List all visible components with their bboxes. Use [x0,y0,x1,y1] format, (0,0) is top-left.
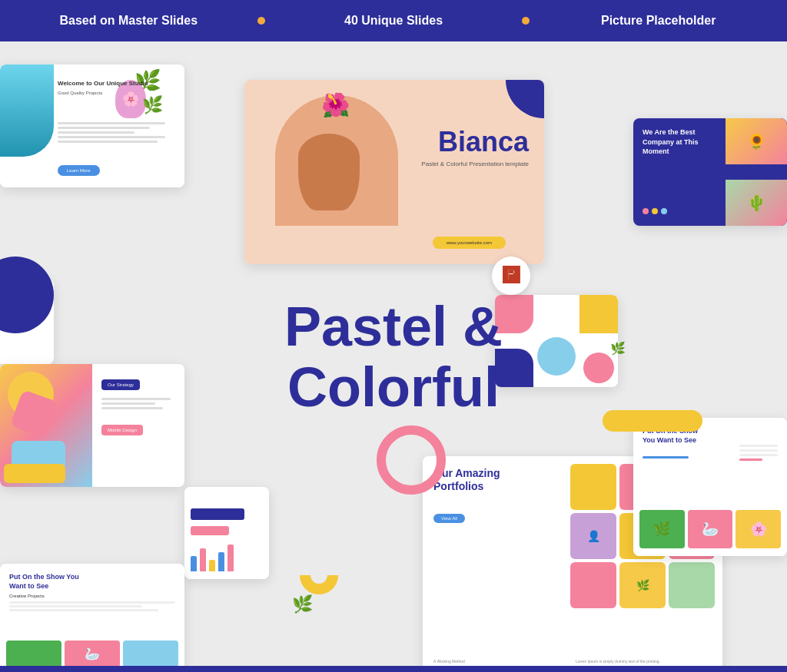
leaf-decoration-1: 🌿 [142,95,163,115]
slide-partial-bottom [184,487,269,579]
slide2-flower: 🌺 [321,91,350,118]
slide5-cell-7 [570,562,616,608]
ppt-icon: 🅿 [503,266,520,286]
decorative-crescent [300,556,338,594]
slide2-button: www.yourwebsite.com [433,237,506,249]
slide3-title: We Are the Best Company at This Moment [643,127,712,157]
slide-abstract[interactable] [495,295,618,387]
slide-strategy[interactable]: Our Strategy Mobile Design [0,364,184,487]
slide7-img3: 🌸 [736,510,781,548]
slide10-bars [191,545,234,571]
decorative-yellow-bar [603,410,702,432]
slide5-method: A Working Method [433,659,569,664]
slide-show-right[interactable]: Put On the Show You Want to See 🌿 🦢 🌸 [633,418,787,556]
slide6-title: Put On the Show You Want to See [9,573,86,591]
slide3-image2: 🌵 [726,180,787,226]
topbar-item-1: Based on Master Slides [0,14,257,28]
slide5-button[interactable]: View All [433,514,465,523]
slide8-shape5 [537,337,576,376]
slide2-subtitle: Pastel & Colorful Presentation template [421,161,529,167]
topbar-item-3: Picture Placeholder [530,14,787,28]
slide2-title: Bianca [438,126,529,158]
topbar-dot-1 [257,17,265,25]
slide7-line [643,456,689,458]
slide2-vase [298,134,360,210]
slide5-title: Our Amazing Portfolios [433,467,510,493]
slide5-bottom: A Working Method Lorem Ipsum is simply d… [433,659,712,664]
slide1-button: Learn More [58,165,100,176]
top-bar: Based on Master Slides 40 Unique Slides … [0,0,787,41]
topbar-item-2: 40 Unique Slides [265,14,523,28]
slide-show-bottom[interactable]: Put On the Show You Want to See Creative… [0,564,184,672]
slide4-photo [0,364,92,487]
slide2-corner [506,80,544,118]
slide8-shape4 [583,353,614,383]
powerpoint-badge: 🅿 [492,257,530,295]
slide3-dots [643,208,667,214]
slide8-shape2 [579,295,618,333]
slide5-cell-1 [570,464,616,510]
center-title: Pastel & Colorful [284,296,503,417]
slide4-btn2: Mobile Design [101,425,143,435]
slide6-images: 🦢 [6,641,178,667]
slide1-title: Welcome to Our Unique Studio [58,80,148,88]
slide6-img2: 🦢 [65,641,120,667]
slide10-rect1 [191,508,244,520]
bottom-bar [0,666,787,672]
slide-welcome[interactable]: 🌿 🌸 Welcome to Our Unique Studio Good Qu… [0,65,184,187]
slide6-subtitle: Creative Projects [9,594,175,598]
title-line1: Pastel & [284,296,503,356]
decorative-pink-ring [377,425,446,495]
slide5-desc: Lorem Ipsum is simply dummy text of the … [576,659,712,664]
slide10-rect2 [191,526,229,535]
slide-best-company[interactable]: We Are the Best Company at This Moment 🌻… [633,118,787,226]
slide-bianca[interactable]: 🌺 Bianca Pastel & Colorful Presentation … [244,80,544,264]
slide7-img1: 🌿 [639,510,685,548]
main-content: Pastel & Colorful 🅿 🌿 🌿 🌿 🌿 🌸 Welcome to… [0,41,787,672]
slide3-image1: 🌻 [726,118,787,164]
slide5-cell-9 [669,562,715,608]
slide7-small-lines [739,445,778,461]
slide1-lines [58,122,165,145]
slide6-img1 [6,641,61,667]
slide5-cell-4: 👤 [570,513,616,559]
leaf-decoration-2: 🌿 [292,594,313,614]
slide1-photo [0,65,54,157]
slide7-images: 🌿 🦢 🌸 [639,510,781,548]
slide4-right: Our Strategy Mobile Design [101,376,178,435]
slide4-btn1: Our Strategy [101,379,140,390]
leaf-decoration-3: 🌿 [610,341,626,356]
slide7-img2: 🦢 [688,510,733,548]
slide5-cell-8: 🌿 [619,562,666,608]
topbar-dot-2 [522,17,530,25]
slide6-img3 [123,641,178,667]
slide1-subtitle: Good Quality Projects [58,91,148,95]
title-line2: Colorful [284,357,503,418]
